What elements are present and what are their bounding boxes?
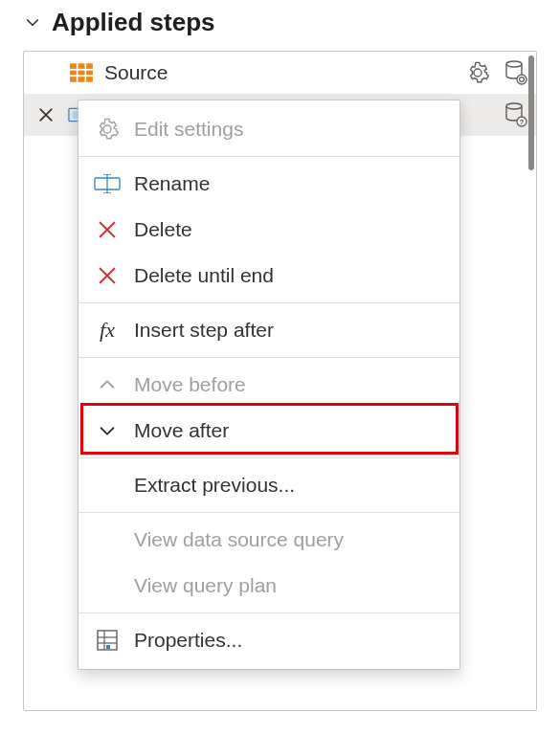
menu-properties[interactable]: Properties... bbox=[78, 617, 459, 663]
gear-icon bbox=[94, 118, 121, 141]
menu-edit-settings: Edit settings bbox=[78, 106, 459, 152]
menu-separator bbox=[78, 457, 459, 458]
svg-text:?: ? bbox=[520, 118, 525, 126]
menu-extract-previous[interactable]: Extract previous... bbox=[78, 462, 459, 508]
menu-label: Delete bbox=[134, 218, 192, 241]
applied-steps-list: Source Renamed columns bbox=[23, 51, 537, 711]
delete-x-icon bbox=[94, 219, 121, 240]
chevron-down-icon bbox=[94, 420, 121, 441]
menu-delete-until-end[interactable]: Delete until end bbox=[78, 253, 459, 299]
menu-insert-step-after[interactable]: fx Insert step after bbox=[78, 307, 459, 353]
menu-label: View data source query bbox=[134, 528, 344, 551]
menu-label: Edit settings bbox=[134, 118, 243, 141]
database-preview-icon[interactable] bbox=[502, 58, 530, 87]
menu-move-after[interactable]: Move after bbox=[78, 408, 459, 454]
svg-point-6 bbox=[517, 75, 526, 84]
delete-step-button[interactable] bbox=[34, 105, 58, 124]
properties-grid-icon bbox=[94, 629, 121, 652]
menu-view-data-source-query: View data source query bbox=[78, 517, 459, 563]
menu-view-query-plan: View query plan bbox=[78, 563, 459, 609]
step-context-menu: Edit settings Rename Delete Delete until… bbox=[78, 100, 460, 670]
applied-steps-header[interactable]: Applied steps bbox=[0, 0, 560, 47]
menu-label: Properties... bbox=[134, 629, 242, 652]
rename-icon bbox=[94, 174, 121, 193]
menu-separator bbox=[78, 156, 459, 157]
menu-separator bbox=[78, 357, 459, 358]
menu-label: Extract previous... bbox=[134, 474, 295, 497]
menu-separator bbox=[78, 302, 459, 303]
fx-icon: fx bbox=[94, 318, 121, 343]
menu-label: Rename bbox=[134, 172, 210, 195]
step-label: Source bbox=[104, 61, 454, 84]
delete-x-icon bbox=[94, 265, 121, 286]
menu-label: Move after bbox=[134, 419, 229, 442]
chevron-up-icon bbox=[94, 374, 121, 395]
svg-point-10 bbox=[506, 103, 522, 109]
settings-placeholder bbox=[463, 100, 492, 129]
menu-separator bbox=[78, 612, 459, 613]
menu-label: Move before bbox=[134, 373, 246, 396]
menu-rename[interactable]: Rename bbox=[78, 161, 459, 207]
menu-label: Delete until end bbox=[134, 264, 274, 287]
menu-label: Insert step after bbox=[134, 319, 274, 342]
section-title: Applied steps bbox=[52, 8, 214, 37]
menu-separator bbox=[78, 512, 459, 513]
menu-move-before: Move before bbox=[78, 362, 459, 408]
gear-icon[interactable] bbox=[463, 58, 492, 87]
source-table-icon bbox=[68, 59, 95, 86]
svg-rect-18 bbox=[106, 645, 110, 649]
svg-point-5 bbox=[506, 61, 522, 67]
chevron-down-icon bbox=[23, 13, 42, 33]
database-query-icon[interactable]: ? bbox=[502, 100, 530, 129]
scrollbar-thumb[interactable] bbox=[528, 56, 534, 170]
svg-rect-0 bbox=[70, 63, 93, 82]
menu-label: View query plan bbox=[134, 574, 277, 597]
menu-delete[interactable]: Delete bbox=[78, 207, 459, 253]
step-row[interactable]: Source bbox=[24, 52, 536, 94]
